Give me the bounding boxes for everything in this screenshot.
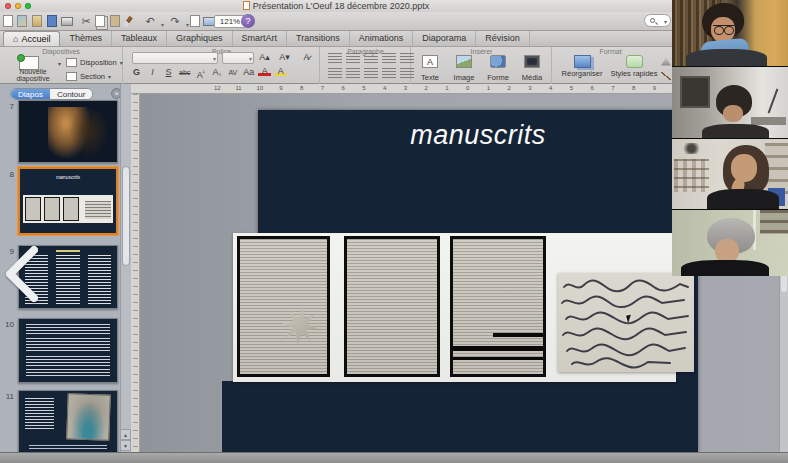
manuscript-paper: [453, 239, 543, 374]
redaction-bar: [453, 357, 543, 360]
vertical-ruler: [131, 94, 140, 452]
open-icon[interactable]: [30, 14, 44, 29]
underline-button[interactable]: S: [162, 66, 175, 79]
font-color-button[interactable]: A: [258, 66, 271, 76]
ribbon-tab[interactable]: ⌂SmartArt: [233, 31, 288, 46]
slide-thumbnail-11[interactable]: [18, 390, 118, 453]
insert-media-button[interactable]: Média: [516, 55, 548, 82]
ribbon-tab[interactable]: ⌂Animations: [350, 31, 414, 46]
manuscript-mini: [63, 197, 79, 221]
chevron-down-icon[interactable]: ▾: [161, 18, 164, 32]
section-button[interactable]: Section▾: [66, 70, 111, 83]
manuscript-image-2[interactable]: [344, 236, 440, 377]
ribbon-tab[interactable]: ⌂Transitions: [287, 31, 350, 46]
redo-icon[interactable]: ↷▾: [168, 14, 182, 29]
ruler-number: 4: [548, 85, 554, 91]
undo-icon[interactable]: ↶▾: [143, 14, 157, 29]
slide-thumbnail-8[interactable]: manuscrits: [18, 167, 118, 235]
tab-outline[interactable]: Contour: [50, 89, 92, 99]
align-center-icon[interactable]: [346, 68, 360, 79]
ribbon-tab[interactable]: ⌂Diaporama: [413, 31, 476, 46]
ruler-number: 0: [465, 85, 471, 91]
copy-icon[interactable]: [93, 14, 107, 29]
caption-lines: [29, 445, 107, 450]
slide-thumbnail-7[interactable]: [18, 100, 118, 163]
font-style-buttons: G I S abc A A AV Aa A A: [130, 66, 287, 79]
ruler-number: 6: [589, 85, 595, 91]
increase-font-icon[interactable]: A▴: [258, 51, 271, 64]
manuscript-paper: [347, 239, 437, 374]
highlight-color-button[interactable]: A: [274, 66, 287, 76]
slide-thumbnail-10[interactable]: [18, 318, 118, 383]
scroll-down-button[interactable]: ▾: [120, 440, 131, 451]
ribbon-group-slides: Diapositives ▾ Nouvelle diapositive Disp…: [0, 47, 123, 84]
print-icon[interactable]: [60, 14, 74, 29]
clear-formatting-icon[interactable]: A̷: [300, 51, 313, 64]
bullet-list-icon[interactable]: [328, 53, 342, 64]
strikethrough-button[interactable]: abc: [178, 66, 191, 79]
justify-icon[interactable]: [382, 68, 396, 79]
tab-slides[interactable]: Diapos: [11, 89, 50, 99]
bold-button[interactable]: G: [130, 66, 143, 79]
new-presentation-icon[interactable]: [1, 14, 15, 29]
numbered-list-icon[interactable]: [346, 53, 360, 64]
manuscript-image-3[interactable]: [450, 236, 546, 377]
slide-title[interactable]: manuscrits: [258, 120, 698, 151]
font-name-combo[interactable]: [132, 52, 218, 64]
help-icon[interactable]: ?: [241, 14, 255, 28]
search-input[interactable]: ▾: [644, 14, 671, 27]
video-call-strip: [672, 0, 788, 276]
ribbon-tab[interactable]: ⌂Tableaux: [112, 31, 167, 46]
document-icon: [243, 1, 250, 10]
ribbon-tab[interactable]: ⌂Graphiques: [167, 31, 233, 46]
handwriting-detail-image[interactable]: [558, 273, 694, 372]
decrease-font-icon[interactable]: A▾: [278, 51, 291, 64]
show-formatting-icon[interactable]: [188, 14, 202, 29]
ruler-number: 2: [506, 85, 512, 91]
save-icon[interactable]: [45, 14, 59, 29]
text-lines: [26, 324, 110, 334]
change-case-button[interactable]: Aa: [242, 66, 255, 79]
handwriting-mini: [85, 201, 111, 219]
paragraph-row-2: [328, 68, 414, 79]
decrease-indent-icon[interactable]: [364, 53, 378, 64]
text-lines: [26, 356, 110, 366]
line-icon: [661, 72, 671, 80]
font-size-combo[interactable]: [222, 52, 254, 64]
character-spacing-button[interactable]: AV: [226, 66, 239, 79]
insert-image-button[interactable]: Image: [448, 55, 480, 82]
participant-video-2[interactable]: [672, 67, 788, 139]
scroll-up-button[interactable]: ▴: [120, 429, 131, 440]
insert-text-button[interactable]: A Texte: [414, 55, 446, 82]
participant-video-3[interactable]: [672, 139, 788, 210]
manuscript-image-1[interactable]: [237, 236, 330, 377]
increase-indent-icon[interactable]: [382, 53, 396, 64]
format-painter-icon[interactable]: [124, 14, 138, 29]
align-right-icon[interactable]: [364, 68, 378, 79]
quick-styles-button[interactable]: Styles rapides: [609, 55, 659, 78]
media-icon: [524, 55, 540, 68]
italic-button[interactable]: I: [146, 66, 159, 79]
layout-button[interactable]: Disposition▾: [66, 56, 123, 69]
ruler-number: 12: [214, 85, 221, 91]
panel-view-tabs: Diapos Contour: [10, 88, 93, 100]
slide-panel: Diapos Contour × 7 8 manuscrits 9 10: [0, 84, 131, 452]
ribbon-tab[interactable]: ⌂Révision: [476, 31, 530, 46]
ruler-number: 8: [299, 85, 305, 91]
ruler-number: 1: [444, 85, 450, 91]
ribbon-tab[interactable]: ⌂Accueil: [3, 31, 60, 46]
arrange-button[interactable]: Réorganiser: [557, 55, 607, 78]
sidebar-scrollbar-track[interactable]: [120, 84, 131, 452]
cut-icon[interactable]: ✂: [79, 14, 93, 29]
paste-icon[interactable]: [108, 14, 122, 29]
sidebar-scrollbar-thumb[interactable]: [122, 166, 130, 266]
superscript-button[interactable]: A: [194, 66, 207, 79]
participant-video-4[interactable]: [672, 210, 788, 276]
subscript-button[interactable]: A: [210, 66, 223, 79]
participant-video-1[interactable]: [672, 0, 788, 67]
slide-gallery-icon[interactable]: [15, 14, 29, 29]
new-slide-button[interactable]: ▾ Nouvelle diapositive: [3, 56, 63, 83]
insert-shape-button[interactable]: Forme: [482, 55, 514, 82]
align-left-icon[interactable]: [328, 68, 342, 79]
ribbon-tab[interactable]: ⌂Thèmes: [60, 31, 112, 46]
